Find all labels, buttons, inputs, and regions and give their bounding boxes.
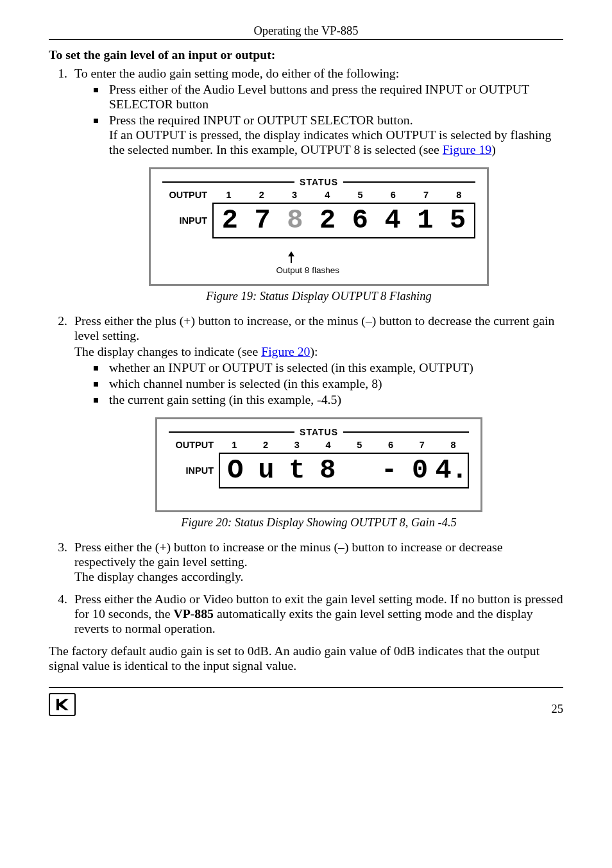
output-num-1: 1 bbox=[212, 190, 245, 200]
step-2-bullet-1: whether an INPUT or OUTPUT is selected (… bbox=[94, 360, 563, 375]
seg-2: u bbox=[251, 454, 282, 487]
input-label: INPUT bbox=[169, 465, 219, 476]
figure-19-panel-wrap: STATUS OUTPUT 1 2 3 4 5 6 7 8 INPUT bbox=[74, 167, 563, 286]
header-rule bbox=[49, 39, 563, 40]
svg-marker-0 bbox=[288, 251, 294, 263]
product-name-bold: VP-885 bbox=[173, 606, 214, 621]
output-num-2: 2 bbox=[250, 440, 282, 450]
page-footer: 25 bbox=[49, 690, 563, 716]
step-1-bullet-2c: ) bbox=[491, 142, 496, 156]
figure-19-caption: Figure 19: Status Display OUTPUT 8 Flash… bbox=[74, 290, 563, 303]
input-row: INPUT 2 7 8 2 6 4 1 5 bbox=[162, 203, 475, 238]
closing-paragraph: The factory default audio gain is set to… bbox=[49, 644, 563, 673]
seg-5: 6 bbox=[344, 204, 377, 237]
figure-20-panel-wrap: STATUS OUTPUT 1 2 3 4 5 6 7 8 INPUT bbox=[74, 417, 563, 512]
seg-4: 8 bbox=[312, 454, 343, 487]
seg-8: 4. bbox=[436, 454, 468, 487]
step-2-bullet-2: which channel number is selected (in thi… bbox=[94, 376, 563, 391]
seg-1: O bbox=[220, 454, 251, 487]
seg-7: 0 bbox=[405, 454, 436, 487]
output-num-7: 7 bbox=[407, 440, 438, 450]
seg-7: 1 bbox=[409, 204, 442, 237]
step-2: Press either the plus (+) button to incr… bbox=[71, 313, 563, 530]
step-3-text-b: The display changes accordingly. bbox=[74, 569, 243, 583]
brand-logo-icon bbox=[49, 693, 76, 716]
step-4: Press either the Audio or Video button t… bbox=[71, 592, 563, 636]
output-num-8: 8 bbox=[443, 190, 475, 200]
step-2-text-a: Press either the plus (+) button to incr… bbox=[74, 313, 554, 342]
status-label: STATUS bbox=[294, 177, 343, 187]
figure-19-panel: STATUS OUTPUT 1 2 3 4 5 6 7 8 INPUT bbox=[149, 167, 489, 286]
figure-20-link[interactable]: Figure 20 bbox=[261, 344, 310, 358]
output-num-3: 3 bbox=[278, 190, 311, 200]
output-num-4: 4 bbox=[311, 190, 344, 200]
output-num-5: 5 bbox=[344, 190, 377, 200]
figure-20-panel: STATUS OUTPUT 1 2 3 4 5 6 7 8 INPUT bbox=[155, 417, 482, 512]
seg-1: 2 bbox=[214, 204, 246, 237]
seg-8: 5 bbox=[441, 204, 474, 237]
step-2-bullets: whether an INPUT or OUTPUT is selected (… bbox=[74, 360, 563, 407]
output-number-row: OUTPUT 1 2 3 4 5 6 7 8 bbox=[162, 190, 475, 200]
step-3: Press either the (+) button to increase … bbox=[71, 540, 563, 584]
input-row: INPUT O u t 8 - 0 4. bbox=[169, 453, 469, 488]
footer-rule bbox=[49, 687, 563, 688]
seven-seg-display: O u t 8 - 0 4. bbox=[219, 453, 469, 488]
output-num-6: 6 bbox=[375, 440, 407, 450]
step-1-bullet-2a: Press the required INPUT or OUTPUT SELEC… bbox=[109, 113, 413, 127]
status-line-right bbox=[343, 181, 475, 183]
output-num-5: 5 bbox=[344, 440, 375, 450]
output-num-2: 2 bbox=[245, 190, 278, 200]
running-header: Operating the VP-885 bbox=[49, 24, 563, 38]
seg-3: t bbox=[282, 454, 312, 487]
step-1-bullet-2: Press the required INPUT or OUTPUT SELEC… bbox=[94, 113, 563, 157]
output-num-8: 8 bbox=[438, 440, 469, 450]
figure-20-caption: Figure 20: Status Display Showing OUTPUT… bbox=[74, 516, 563, 530]
step-3-text-a: Press either the (+) button to increase … bbox=[74, 540, 503, 569]
section-title: To set the gain level of an input or out… bbox=[49, 47, 563, 62]
output-label: OUTPUT bbox=[162, 190, 212, 200]
step-1-bullet-1: Press either of the Audio Level buttons … bbox=[94, 82, 563, 112]
status-row: STATUS bbox=[169, 427, 469, 437]
step-1: To enter the audio gain setting mode, do… bbox=[71, 66, 563, 303]
page-number: 25 bbox=[552, 703, 564, 716]
step-2-text-c: ): bbox=[310, 344, 318, 358]
arrow-up-icon bbox=[275, 251, 308, 264]
seg-6: - bbox=[374, 454, 405, 487]
seg-4: 2 bbox=[311, 204, 344, 237]
flash-caption-row: Output 8 flashes bbox=[162, 264, 475, 275]
output-label: OUTPUT bbox=[169, 440, 219, 450]
figure-19-link[interactable]: Figure 19 bbox=[443, 142, 491, 156]
seg-2: 7 bbox=[246, 204, 279, 237]
output-num-6: 6 bbox=[377, 190, 409, 200]
step-1-bullets: Press either of the Audio Level buttons … bbox=[74, 82, 563, 157]
output-num-4: 4 bbox=[312, 440, 344, 450]
output-num-7: 7 bbox=[410, 190, 443, 200]
status-line-right bbox=[343, 431, 469, 433]
step-2-text-b: The display changes to indicate (see bbox=[74, 344, 261, 358]
seg-6: 4 bbox=[377, 204, 409, 237]
input-label: INPUT bbox=[162, 215, 212, 226]
step-1-text: To enter the audio gain setting mode, do… bbox=[74, 66, 399, 80]
seg-3: 8 bbox=[279, 204, 312, 237]
gap-row bbox=[162, 241, 475, 249]
status-label: STATUS bbox=[294, 427, 343, 437]
output-number-row: OUTPUT 1 2 3 4 5 6 7 8 bbox=[169, 440, 469, 450]
gap-row bbox=[169, 491, 469, 499]
arrow-row bbox=[162, 251, 475, 264]
status-line-left bbox=[162, 181, 294, 183]
flash-caption: Output 8 flashes bbox=[275, 265, 342, 275]
output-num-3: 3 bbox=[282, 440, 313, 450]
status-line-left bbox=[169, 431, 294, 433]
steps-list: To enter the audio gain setting mode, do… bbox=[49, 66, 563, 636]
step-2-bullet-3: the current gain setting (in this exampl… bbox=[94, 392, 563, 407]
status-row: STATUS bbox=[162, 177, 475, 187]
seven-seg-display: 2 7 8 2 6 4 1 5 bbox=[212, 203, 475, 238]
output-num-1: 1 bbox=[219, 440, 250, 450]
